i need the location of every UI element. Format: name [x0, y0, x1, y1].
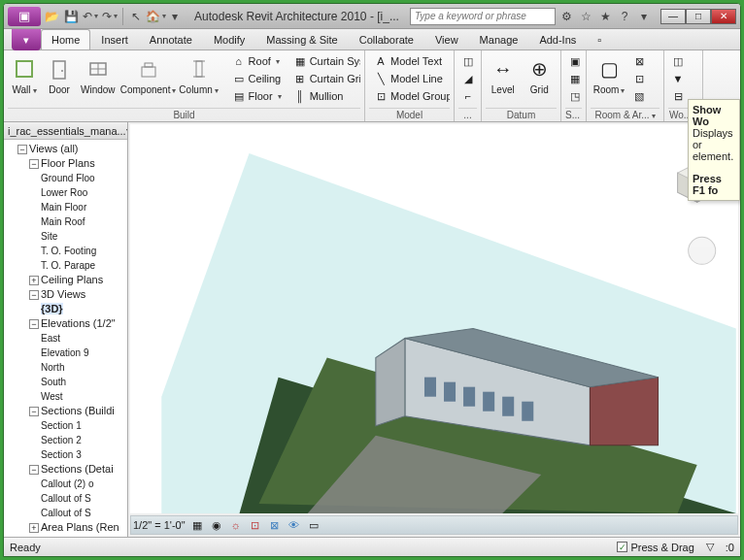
wo-btn2[interactable]: ▼ [668, 70, 688, 87]
tree-item[interactable]: West [41, 389, 125, 404]
tab-modify[interactable]: Modify [203, 29, 255, 49]
hide-icon[interactable]: 👁 [287, 517, 302, 533]
tree-item[interactable]: Main Floor [41, 200, 125, 214]
shadows-icon[interactable]: ☼ [228, 517, 244, 533]
ceiling-button[interactable]: ▭Ceiling [227, 70, 287, 87]
tree-item[interactable]: South [41, 375, 125, 389]
circ-btn3[interactable]: ⌐ [458, 87, 477, 105]
maximize-button[interactable]: □ [686, 9, 711, 24]
view-scale[interactable]: 1/2" = 1'-0" [133, 519, 186, 531]
reveal-icon[interactable]: ▭ [306, 517, 321, 533]
tab-collaborate[interactable]: Collaborate [349, 29, 424, 49]
tree-area[interactable]: Area Plans (Ren [41, 521, 119, 533]
tree-item[interactable]: Lower Roo [41, 185, 125, 200]
tree-item[interactable]: Callout (2) o [41, 477, 125, 491]
tree-item[interactable]: Callout of S [41, 491, 125, 506]
tree-item[interactable]: Callout of S [41, 506, 125, 520]
comm-icon[interactable]: ☆ [577, 8, 594, 25]
expand-icon[interactable]: + [29, 523, 39, 533]
tree-elevations[interactable]: Elevations (1/2" [41, 317, 116, 329]
tab-view[interactable]: View [424, 29, 469, 49]
app-menu-button[interactable]: ▾ [12, 29, 41, 50]
model-line-button[interactable]: ╲Model Line [369, 70, 450, 87]
press-drag-toggle[interactable]: ✓ Press & Drag [617, 542, 693, 553]
panel-label[interactable]: Room & Ar... [591, 108, 659, 121]
wo-btn1[interactable]: ◫ [668, 52, 688, 70]
tab-insert[interactable]: Insert [90, 29, 139, 49]
tab-annotate[interactable]: Annotate [139, 29, 203, 49]
tree-item[interactable]: Site [41, 229, 125, 244]
collapse-icon[interactable]: − [29, 407, 39, 416]
circ-btn1[interactable]: ◫ [458, 52, 477, 70]
tree-item[interactable]: Elevation 9 [41, 346, 125, 360]
panel-label[interactable]: S... [565, 108, 582, 121]
tab-manage[interactable]: Manage [469, 29, 529, 49]
tree-item[interactable]: Ground Floo [41, 171, 125, 185]
tag-room-button[interactable]: ⊡ [629, 70, 649, 87]
help-dropdown-icon[interactable]: ▾ [635, 8, 653, 25]
tab-massing[interactable]: Massing & Site [255, 29, 348, 49]
tree-item[interactable]: T. O. Footing [41, 244, 125, 258]
app-menu-icon[interactable]: ▣ [8, 7, 41, 26]
tree-views[interactable]: Views (all) [29, 143, 79, 154]
curtain-grid-button[interactable]: ⊞Curtain Grid [288, 70, 360, 87]
favorites-icon[interactable]: ★ [596, 8, 614, 25]
filter-icon[interactable]: ▽ [702, 540, 718, 555]
column-button[interactable]: Column [179, 52, 220, 98]
roof-button[interactable]: ⌂Roof [227, 52, 287, 70]
tree-3d-current[interactable]: {3D} [41, 303, 63, 314]
tree-item[interactable]: East [41, 331, 125, 346]
qat-dropdown-icon[interactable]: ▾ [166, 8, 184, 25]
help-icon[interactable]: ? [616, 8, 633, 25]
tab-home[interactable]: Home [41, 29, 90, 49]
s-btn2[interactable]: ▦ [565, 70, 582, 87]
tree-sections-d[interactable]: Sections (Detai [41, 463, 114, 475]
tree-item[interactable]: T. O. Parape [41, 258, 125, 273]
tab-extra-icon[interactable]: ▫ [587, 29, 612, 49]
tree-3d-views[interactable]: 3D Views [41, 288, 85, 300]
tree-ceiling[interactable]: Ceiling Plans [41, 274, 103, 285]
mullion-button[interactable]: ║Mullion [288, 87, 360, 105]
expand-icon[interactable]: + [29, 276, 39, 285]
modify-icon[interactable]: ↖ [127, 8, 145, 25]
minimize-button[interactable]: — [660, 9, 686, 24]
collapse-icon[interactable]: − [29, 159, 39, 169]
save-icon[interactable]: 💾 [62, 8, 80, 25]
tree-item[interactable]: Section 2 [41, 433, 125, 447]
detail-level-icon[interactable]: ▦ [189, 517, 205, 533]
tree-item[interactable]: Main Roof [41, 214, 125, 229]
search-input[interactable] [410, 8, 556, 25]
wall-button[interactable]: Wall [8, 52, 41, 98]
collapse-icon[interactable]: − [29, 290, 39, 300]
project-tree[interactable]: −Views (all) −Floor Plans Ground FlooLow… [4, 140, 127, 537]
collapse-icon[interactable]: − [29, 319, 39, 329]
open-icon[interactable]: 📂 [43, 8, 60, 25]
window-button[interactable]: Window [78, 52, 118, 98]
model-group-button[interactable]: ⊡Model Group [369, 87, 450, 105]
s-btn1[interactable]: ▣ [565, 52, 582, 70]
collapse-icon[interactable]: − [29, 465, 39, 475]
level-button[interactable]: ↔Level [486, 52, 521, 98]
3d-canvas[interactable] [130, 124, 738, 513]
area-button[interactable]: ▧ [629, 87, 649, 105]
grid-button[interactable]: ⊕Grid [523, 52, 558, 98]
subscription-icon[interactable]: ⚙ [558, 8, 575, 25]
curtain-system-button[interactable]: ▦Curtain System [288, 52, 360, 70]
model-text-button[interactable]: AModel Text [369, 52, 450, 70]
collapse-icon[interactable]: − [17, 145, 27, 154]
component-button[interactable]: Component [120, 52, 177, 98]
room-button[interactable]: ▢Room [591, 52, 627, 98]
room-sep-button[interactable]: ⊠ [629, 52, 649, 70]
door-button[interactable]: Door [43, 52, 76, 98]
tree-item[interactable]: Section 3 [41, 447, 125, 462]
tree-sections-b[interactable]: Sections (Buildi [41, 405, 115, 416]
tab-addins[interactable]: Add-Ins [528, 29, 587, 49]
3d-view-icon[interactable]: 🏠 [147, 8, 164, 25]
close-button[interactable]: ✕ [711, 9, 736, 24]
crop-icon[interactable]: ⊡ [248, 517, 263, 533]
model-graphics-icon[interactable]: ◉ [209, 517, 224, 533]
wo-btn3[interactable]: ⊟ [668, 87, 688, 105]
tree-floor-plans[interactable]: Floor Plans [41, 157, 95, 169]
s-btn3[interactable]: ◳ [565, 87, 582, 105]
redo-icon[interactable]: ↷ [101, 8, 118, 25]
